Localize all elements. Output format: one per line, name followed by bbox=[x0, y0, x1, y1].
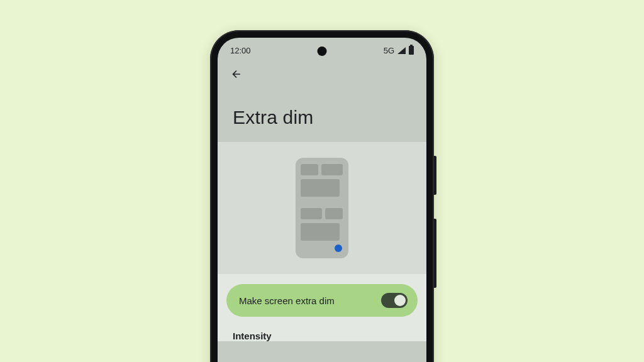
illustration-block bbox=[301, 223, 340, 241]
illustration-block bbox=[301, 179, 340, 197]
battery-icon bbox=[409, 46, 414, 55]
content-area: Make screen extra dim Intensity bbox=[218, 274, 426, 341]
page-title: Extra dim bbox=[218, 82, 426, 142]
intensity-section-label: Intensity bbox=[226, 317, 418, 341]
illustration-block bbox=[325, 208, 343, 219]
illustration-phone bbox=[296, 158, 348, 258]
back-button[interactable] bbox=[229, 67, 244, 82]
illustration-block bbox=[301, 164, 318, 175]
arrow-left-icon bbox=[230, 68, 243, 80]
toggle-switch[interactable] bbox=[381, 293, 408, 308]
phone-side-button bbox=[434, 156, 436, 195]
front-camera bbox=[318, 47, 327, 56]
extra-dim-toggle-row[interactable]: Make screen extra dim bbox=[226, 284, 418, 317]
status-time: 12:00 bbox=[230, 46, 251, 55]
phone-frame: 12:00 5G Extra dim bbox=[210, 30, 434, 362]
illustration-panel bbox=[218, 142, 426, 274]
signal-icon bbox=[397, 47, 406, 54]
illustration-dot bbox=[335, 244, 342, 252]
screen: 12:00 5G Extra dim bbox=[218, 38, 426, 362]
network-label: 5G bbox=[384, 46, 394, 55]
toggle-label: Make screen extra dim bbox=[239, 295, 335, 306]
phone-side-button bbox=[434, 219, 436, 288]
app-bar bbox=[218, 63, 426, 82]
illustration-block bbox=[321, 164, 343, 175]
illustration-block bbox=[301, 208, 322, 219]
status-right: 5G bbox=[384, 46, 414, 55]
